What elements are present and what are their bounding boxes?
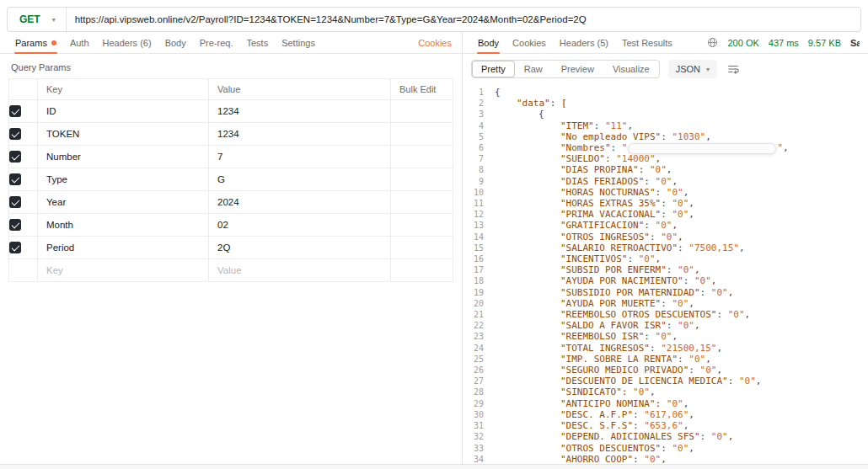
json-comma: ,	[739, 242, 745, 253]
param-key-cell[interactable]: ID	[38, 100, 209, 123]
param-value-cell[interactable]: 02	[209, 214, 391, 237]
param-value-cell[interactable]: G	[209, 168, 391, 191]
view-tab-raw[interactable]: Raw	[515, 61, 552, 77]
param-key-cell[interactable]: Type	[38, 168, 209, 191]
json-key: "GRATIFICACION"	[560, 220, 644, 231]
code-line: 3{	[466, 109, 868, 120]
tab-body[interactable]: Body	[158, 32, 193, 53]
json-colon: :	[594, 120, 605, 131]
param-key-cell[interactable]: Period	[38, 237, 209, 259]
json-string: "0"	[667, 187, 683, 198]
json-comma: ,	[783, 142, 789, 153]
tab-label: Headers (6)	[103, 38, 152, 48]
param-key-cell[interactable]: TOKEN	[38, 123, 209, 146]
json-string: "0"	[689, 354, 705, 365]
tab-settings[interactable]: Settings	[275, 32, 322, 53]
json-key: "HORAS NOCTURNAS"	[560, 187, 656, 198]
param-row: TypeG	[9, 168, 453, 191]
view-tabs: PrettyRawPreviewVisualize	[471, 60, 660, 78]
tab-headers-6[interactable]: Headers (6)	[96, 32, 158, 53]
param-checkbox[interactable]	[9, 219, 21, 231]
line-content: "REEMBOLSO OTROS DESCUENTOS": "0",	[495, 309, 750, 320]
tab-label: Settings	[281, 38, 315, 48]
view-tab-preview[interactable]: Preview	[552, 61, 603, 77]
code-line: 11"HORAS EXTRAS 35%": "0",	[466, 198, 868, 209]
line-number: 12	[466, 209, 495, 220]
param-checkbox[interactable]	[9, 151, 21, 163]
param-row: Period2Q	[9, 237, 453, 259]
response-pane: BodyCookiesHeaders (5)Test Results 200 O…	[463, 32, 868, 464]
json-colon: :	[644, 176, 655, 187]
json-key: "SALARIO RETROACTIVO"	[560, 242, 678, 253]
param-checkbox-cell	[9, 168, 38, 191]
param-key-cell[interactable]: Month	[38, 214, 209, 237]
line-content: "OTROS INGRESOS": "0",	[495, 232, 683, 242]
bulk-edit-link[interactable]: Bulk Edit	[391, 79, 453, 100]
param-value-cell[interactable]: 1234	[209, 123, 391, 146]
line-content: "TOTAL INGRESOS": "21500,15",	[495, 343, 722, 354]
line-number: 33	[466, 443, 495, 454]
param-checkbox-cell	[9, 259, 38, 282]
line-number: 14	[466, 232, 495, 242]
param-value-cell[interactable]: 2024	[209, 191, 391, 214]
code-line: 29"ANTICIPO NOMINA": "0",	[466, 398, 868, 409]
tab-params[interactable]: Params	[8, 32, 63, 53]
param-checkbox[interactable]	[9, 173, 21, 185]
code-line: 32"DEPEND. ADICIONALES SFS": "0",	[466, 431, 868, 442]
json-comma: ,	[672, 176, 678, 187]
param-value-cell[interactable]: 7	[209, 146, 391, 168]
json-key: "AYUDA POR MUERTE"	[560, 298, 661, 309]
json-string: "1030"	[672, 131, 705, 142]
param-checkbox[interactable]	[9, 128, 21, 140]
param-key-placeholder[interactable]: Key	[38, 259, 209, 282]
json-colon: :	[667, 320, 678, 331]
save-response-button[interactable]: Save Response	[850, 38, 860, 48]
param-checkbox[interactable]	[9, 196, 21, 208]
wrap-lines-icon[interactable]	[726, 61, 741, 77]
line-content: "SALDO A FAVOR ISR": "0",	[495, 320, 700, 331]
param-key-cell[interactable]: Number	[38, 146, 209, 168]
view-tab-visualize[interactable]: Visualize	[603, 61, 659, 77]
param-checkbox-cell	[9, 237, 38, 259]
redacted-value	[628, 143, 776, 154]
param-key-cell[interactable]: Year	[38, 191, 209, 214]
json-colon: :	[633, 409, 644, 420]
json-string: "0"	[678, 320, 694, 331]
json-string: "0"	[700, 365, 717, 376]
line-number: 11	[466, 198, 495, 209]
cookies-link[interactable]: Cookies	[418, 38, 453, 48]
url-input[interactable]	[67, 8, 860, 31]
format-dropdown[interactable]: JSON ▾	[668, 60, 717, 78]
param-checkbox[interactable]	[9, 242, 21, 253]
line-content: "SEGURO MEDICO PRIVADO": "0",	[495, 365, 722, 376]
tab-tests[interactable]: Tests	[239, 32, 275, 53]
tab-test-results[interactable]: Test Results	[615, 32, 679, 53]
view-tab-pretty[interactable]: Pretty	[472, 61, 515, 77]
json-colon: :	[700, 287, 711, 298]
param-value-placeholder[interactable]: Value	[209, 259, 391, 282]
json-string: "0"	[672, 198, 689, 209]
code-lines: 1{2"data": [3{4"ITEM": "11",5"No emplead…	[466, 87, 868, 464]
code-line: 20"AYUDA POR MUERTE": "0",	[466, 298, 868, 309]
code-line: 5"No empleado VIPS": "1030",	[466, 131, 868, 142]
tab-body[interactable]: Body	[471, 32, 506, 53]
tab-cookies[interactable]: Cookies	[506, 32, 553, 53]
line-number: 32	[466, 431, 495, 442]
param-checkbox-cell	[9, 146, 38, 168]
json-punct: {	[538, 109, 544, 120]
tab-pre-req[interactable]: Pre-req.	[193, 32, 240, 53]
json-colon: :	[667, 264, 678, 275]
json-comma: ,	[694, 320, 700, 331]
param-checkbox[interactable]	[9, 105, 21, 117]
line-content: "ITEM": "11",	[495, 120, 633, 131]
line-content: "SUBSIDIO POR MATERNIDAD": "0",	[495, 287, 733, 298]
code-line: 22"SALDO A FAVOR ISR": "0",	[466, 320, 868, 331]
tab-auth[interactable]: Auth	[63, 32, 96, 53]
code-line: 18"AYUDA POR NACIMIENTO": "0",	[466, 275, 868, 286]
param-actions-cell	[391, 123, 453, 146]
param-actions-cell	[391, 214, 453, 237]
method-select[interactable]: GET ▾	[8, 8, 67, 31]
param-value-cell[interactable]: 2Q	[209, 237, 391, 259]
tab-headers-5[interactable]: Headers (5)	[553, 32, 615, 53]
param-value-cell[interactable]: 1234	[209, 100, 391, 123]
